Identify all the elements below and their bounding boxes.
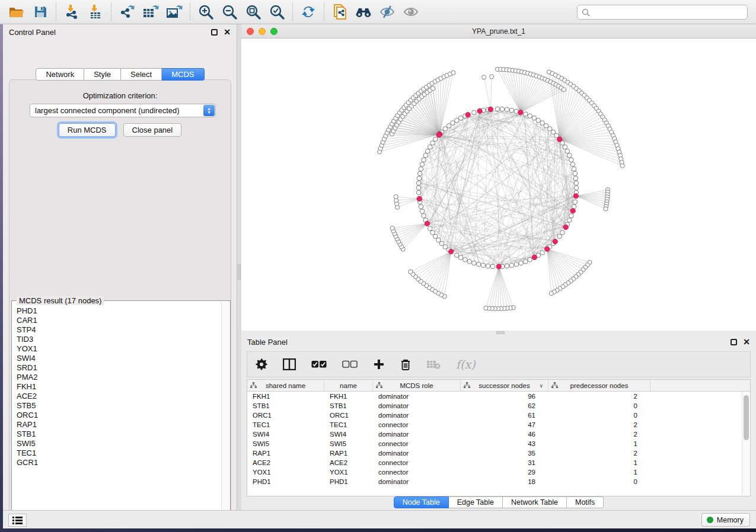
splitter-grip[interactable] [496, 331, 505, 334]
cell-shared-name[interactable]: FKH1 [247, 392, 324, 401]
import-table-icon[interactable] [84, 2, 107, 22]
cell-successor-nodes[interactable]: 18 [461, 477, 548, 486]
cell-shared-name[interactable]: YOX1 [247, 467, 324, 477]
mcds-result-item[interactable]: ACE2 [17, 392, 221, 401]
select-all-icon[interactable] [311, 360, 327, 368]
close-panel-icon[interactable]: ✕ [224, 29, 231, 36]
mcds-result-scrollbar[interactable] [221, 302, 229, 520]
mcds-result-item[interactable]: STP4 [17, 325, 221, 335]
table-row[interactable]: YOX1YOX1connector291 [247, 467, 750, 477]
cell-successor-nodes[interactable]: 47 [461, 420, 548, 430]
splitter-grip[interactable] [238, 264, 241, 280]
table-row[interactable]: ORC1ORC1dominator610 [247, 411, 750, 420]
vertical-splitter[interactable] [237, 24, 241, 510]
mcds-result-item[interactable]: FKH1 [17, 382, 221, 392]
cell-shared-name[interactable]: PHD1 [247, 477, 324, 486]
network-canvas[interactable] [241, 39, 756, 331]
cell-name[interactable]: ORC1 [324, 411, 373, 420]
task-history-button[interactable] [8, 514, 27, 527]
cell-shared-name[interactable]: ACE2 [247, 458, 324, 467]
cell-predecessor-nodes[interactable]: 1 [548, 439, 650, 448]
split-columns-icon[interactable] [283, 358, 296, 370]
hide-selected-icon[interactable] [375, 2, 399, 22]
cell-MCDS-role[interactable]: connector [373, 467, 461, 477]
mcds-result-item[interactable]: STB5 [17, 401, 221, 411]
cell-successor-nodes[interactable]: 29 [461, 467, 548, 477]
cell-shared-name[interactable]: RAP1 [247, 448, 324, 458]
cell-name[interactable]: SWI4 [324, 430, 373, 439]
cell-shared-name[interactable]: TEC1 [247, 420, 324, 430]
minimize-window-icon[interactable] [259, 28, 266, 35]
column-header-name[interactable]: name [324, 380, 373, 391]
delete-icon[interactable] [400, 358, 411, 371]
table-scrollbar[interactable] [742, 392, 750, 496]
cell-name[interactable]: ACE2 [324, 458, 373, 467]
cell-predecessor-nodes[interactable]: 2 [548, 448, 650, 458]
cell-MCDS-role[interactable]: dominator [373, 411, 461, 420]
float-panel-icon[interactable] [211, 29, 218, 36]
add-column-icon[interactable] [373, 358, 385, 370]
tab-style[interactable]: Style [84, 68, 121, 81]
mcds-result-item[interactable]: TID3 [17, 335, 221, 344]
gear-icon[interactable] [256, 358, 267, 370]
refresh-icon[interactable] [296, 2, 320, 22]
show-all-icon[interactable] [399, 2, 423, 22]
mcds-result-item[interactable]: SRD1 [17, 363, 221, 373]
cell-shared-name[interactable]: SWI5 [247, 439, 324, 448]
cell-successor-nodes[interactable]: 43 [461, 439, 548, 448]
search-box[interactable] [577, 5, 748, 20]
cell-successor-nodes[interactable]: 61 [461, 411, 548, 420]
cell-MCDS-role[interactable]: dominator [373, 448, 461, 458]
memory-button[interactable]: Memory [701, 513, 750, 527]
cell-predecessor-nodes[interactable]: 1 [548, 458, 650, 467]
import-network-icon[interactable] [60, 2, 84, 22]
save-session-icon[interactable] [28, 2, 52, 22]
cell-successor-nodes[interactable]: 46 [461, 430, 548, 439]
tab-motifs[interactable]: Motifs [567, 496, 604, 508]
cell-name[interactable]: FKH1 [324, 392, 373, 401]
open-file-icon[interactable] [5, 2, 28, 22]
table-row[interactable]: SWI5SWI5connector431 [247, 439, 750, 448]
close-panel-button[interactable]: Close panel [123, 123, 182, 137]
mcds-result-item[interactable]: RAP1 [17, 420, 221, 430]
run-mcds-button[interactable]: Run MCDS [59, 123, 116, 137]
table-row[interactable]: SWI4SWI4dominator462 [247, 430, 750, 439]
zoom-fit-icon[interactable] [241, 2, 265, 22]
cell-successor-nodes[interactable]: 31 [461, 458, 548, 467]
zoom-out-icon[interactable] [218, 2, 241, 22]
tab-select[interactable]: Select [121, 68, 162, 81]
cell-shared-name[interactable]: ORC1 [247, 411, 324, 420]
column-header-successor-nodes[interactable]: successor nodes∨ [461, 380, 548, 391]
scrollbar-thumb[interactable] [744, 395, 749, 440]
search-input[interactable] [590, 8, 747, 17]
network-graph[interactable] [241, 39, 756, 331]
cell-successor-nodes[interactable]: 62 [461, 401, 548, 411]
cell-name[interactable]: TEC1 [324, 420, 373, 430]
clone-network-icon[interactable] [328, 2, 352, 22]
float-panel-icon[interactable] [731, 339, 737, 345]
optimization-criterion-select[interactable]: largest connected component (undirected)… [30, 104, 216, 117]
horizontal-splitter[interactable] [241, 331, 756, 335]
cell-predecessor-nodes[interactable]: 2 [548, 392, 650, 401]
close-panel-icon[interactable]: ✕ [743, 339, 750, 345]
tab-network-table[interactable]: Network Table [503, 496, 567, 508]
mcds-result-item[interactable]: GCR1 [17, 458, 221, 467]
export-table-icon[interactable] [139, 2, 162, 22]
table-row[interactable]: FKH1FKH1dominator962 [247, 392, 750, 401]
cell-name[interactable]: RAP1 [324, 448, 373, 458]
zoom-in-icon[interactable] [194, 2, 218, 22]
cell-predecessor-nodes[interactable]: 2 [548, 420, 650, 430]
mcds-result-item[interactable]: SWI5 [17, 439, 221, 448]
zoom-selected-icon[interactable] [265, 2, 289, 22]
deselect-all-icon[interactable] [342, 360, 358, 368]
mcds-result-item[interactable]: ORC1 [17, 411, 221, 420]
tab-mcds[interactable]: MCDS [162, 68, 204, 81]
maximize-window-icon[interactable] [270, 28, 277, 35]
network-window-titlebar[interactable]: YPA_prune.txt_1 [241, 24, 756, 39]
table-row[interactable]: STB1STB1dominator620 [247, 401, 750, 411]
cell-shared-name[interactable]: STB1 [247, 401, 324, 411]
tab-edge-table[interactable]: Edge Table [449, 496, 503, 508]
cell-predecessor-nodes[interactable]: 0 [548, 477, 650, 486]
table-row[interactable]: ACE2ACE2connector311 [247, 458, 750, 467]
column-header-shared-name[interactable]: shared name [247, 380, 324, 391]
